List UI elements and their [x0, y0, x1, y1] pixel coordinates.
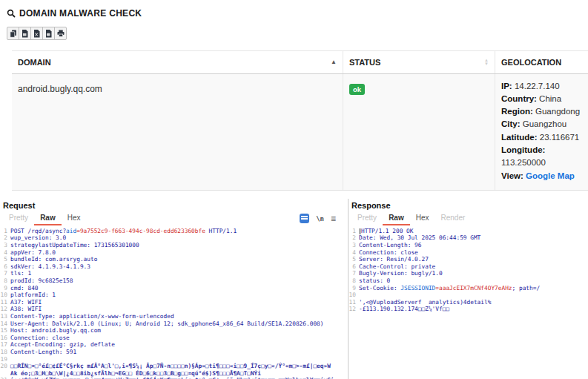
response-panel-title: Response [348, 199, 588, 211]
status-badge: ok [349, 84, 365, 95]
editor-line: 8status: 0 [348, 277, 588, 285]
word-wrap-icon[interactable] [300, 214, 309, 223]
page-header: DOMAIN MALWARE CHECK [0, 0, 588, 19]
export-toolbar [7, 27, 67, 40]
editor-line: 1POST /rqd/async?aid=9a7552c9-f663-494c-… [0, 228, 348, 235]
request-panel: Request PrettyRawHex \n ≡ 1POST /rqd/asy… [0, 199, 348, 379]
request-tab-icons: \n ≡ [300, 214, 343, 223]
editor-line: 19 [0, 356, 348, 363]
malware-check-table: DOMAIN ▲ STATUS ▲▼ GEOLOCATION android.b… [12, 50, 588, 191]
editor-line: 14User-Agent: Dalvik/2.1.0 (Linux; U; An… [0, 320, 348, 328]
table-header-row: DOMAIN ▲ STATUS ▲▼ GEOLOCATION [12, 51, 588, 74]
editor-line: 9Set-Cookie: JSESSIONID=aaaJcEIX7mCNf4OY… [348, 285, 588, 292]
editor-line: 16Connection: close [0, 334, 348, 342]
file-pdf-icon [45, 30, 52, 38]
editor-line: 11',<@VuploadServerf analytics)4detail% [348, 299, 588, 306]
editor-line: 2Date: Wed, 30 Jul 2025 06:44:59 GMT [348, 234, 588, 242]
status-cell: ok [343, 74, 495, 190]
table-row: android.bugly.qq.com ok IP: 14.22.7.140C… [12, 74, 588, 191]
copy-icon [10, 30, 17, 38]
geolocation-fields: IP: 14.22.7.140Country: ChinaRegion: Gua… [501, 80, 582, 170]
domain-cell: android.bugly.qq.com [12, 74, 343, 190]
geolocation-field: Country: China [501, 93, 582, 105]
response-tab-hex[interactable]: Hex [410, 212, 435, 225]
request-tab-pretty[interactable]: Pretty [3, 212, 34, 225]
editor-line: 5Server: Resin/4.0.27 [348, 256, 588, 263]
editor-line: 10 [348, 291, 588, 299]
search-icon [7, 9, 16, 18]
editor-line: 2wup_version: 3.0 [0, 234, 348, 242]
editor-line: 7tls: 1 [0, 270, 348, 277]
response-panel: Response PrettyRawHexRender 1HTTP/1.1 20… [348, 199, 588, 379]
editor-line: 18Content-Length: 591 [0, 349, 348, 356]
editor-line: Ak éo;□3□H□b□\W|¿4□□8ib¿sfÂlh□¬EG□□ ÉD□6… [0, 370, 348, 378]
editor-line: 7Bugly-Version: bugly/1.0 [348, 270, 588, 277]
file-csv-icon [22, 30, 28, 38]
editor-line: 13Content-Type: application/x-www-form-u… [0, 313, 348, 320]
editor-line: 3Content-Length: 96 [348, 242, 588, 249]
sort-both-icon: ▲▼ [484, 59, 489, 66]
geolocation-field: IP: 14.22.7.140 [501, 80, 582, 93]
editor-line: 4Connection: close [348, 249, 588, 257]
response-tabbar: PrettyRawHexRender [348, 211, 588, 225]
editor-line: 6Cache-Control: private [348, 263, 588, 271]
request-tab-hex[interactable]: Hex [62, 212, 87, 225]
geolocation-field: Latitude: 23.116671 [501, 131, 582, 144]
response-tab-render[interactable]: Render [435, 212, 471, 225]
column-header-domain[interactable]: DOMAIN ▲ [12, 51, 343, 73]
response-tab-raw[interactable]: Raw [383, 212, 410, 225]
editor-line: 1HTTP/1.1 200 OK [348, 228, 588, 235]
editor-line: 11A37: WIFI [0, 299, 348, 306]
editor-line: 12A38: WIFI [0, 306, 348, 313]
request-tab-raw[interactable]: Raw [34, 212, 62, 225]
export-copy-button[interactable] [7, 27, 19, 40]
editor-line: 3strategylastUpdateTime: 1731565301000 [0, 242, 348, 249]
editor-menu-icon[interactable]: ≡ [331, 215, 336, 223]
response-editor[interactable]: 1HTTP/1.1 200 OK2Date: Wed, 30 Jul 2025 … [348, 225, 588, 379]
editor-line: 5bundleId: com.arsryg.auto [0, 256, 348, 263]
sort-asc-icon: ▲ [331, 59, 337, 65]
request-tabs: PrettyRawHex [3, 212, 86, 225]
export-csv-button[interactable] [19, 27, 31, 40]
geolocation-cell: IP: 14.22.7.140Country: ChinaRegion: Gua… [495, 74, 588, 190]
request-editor[interactable]: 1POST /rqd/async?aid=9a7552c9-f663-494c-… [0, 225, 348, 379]
response-tab-pretty[interactable]: Pretty [351, 212, 383, 225]
print-icon [57, 30, 65, 37]
column-header-geolocation: GEOLOCATION [495, 51, 588, 73]
file-excel-icon [33, 30, 40, 38]
column-header-status[interactable]: STATUS ▲▼ [343, 51, 495, 73]
editor-line: 17Accept-Encoding: gzip, deflate [0, 341, 348, 349]
editor-line: 8prodId: 9c6825e158 [0, 277, 348, 285]
geolocation-view-line: View: Google Map [501, 170, 582, 182]
export-pdf-button[interactable] [42, 27, 55, 40]
editor-line: 4appVer: 7.8.0 [0, 249, 348, 257]
editor-line: 15Host: android.bugly.qq.com [0, 327, 348, 334]
editor-line: 20□□RÍN□¤□°é£□¢£É°C§rkç m£Â°A□l'□,i«¶S¼¡… [0, 363, 348, 370]
newline-toggle-icon[interactable]: \n [316, 215, 324, 223]
editor-line: 10platformId: 1 [0, 291, 348, 299]
page-title: DOMAIN MALWARE CHECK [19, 8, 142, 19]
geolocation-field: Longitude: 113.250000 [501, 144, 582, 170]
editor-line: 6sdkVer: 4.1.9.3-4.1.9.3 [0, 263, 348, 271]
export-excel-button[interactable] [30, 27, 43, 40]
google-map-link[interactable]: Google Map [526, 171, 575, 180]
http-panels: Request PrettyRawHex \n ≡ 1POST /rqd/asy… [0, 199, 588, 379]
response-tabs: PrettyRawHexRender [351, 212, 471, 225]
request-tabbar: PrettyRawHex \n ≡ [0, 211, 348, 225]
export-print-button[interactable] [54, 27, 67, 40]
editor-line: 9cmd: 840 [0, 285, 348, 292]
domain-value: android.bugly.qq.com [18, 84, 102, 94]
editor-line: 12-£113.190.132.174□□Z¼'Vf□□ [348, 306, 588, 313]
geolocation-field: Region: Guangdong [501, 105, 582, 118]
request-panel-title: Request [0, 199, 348, 211]
geolocation-field: City: Guangzhou [501, 118, 582, 131]
